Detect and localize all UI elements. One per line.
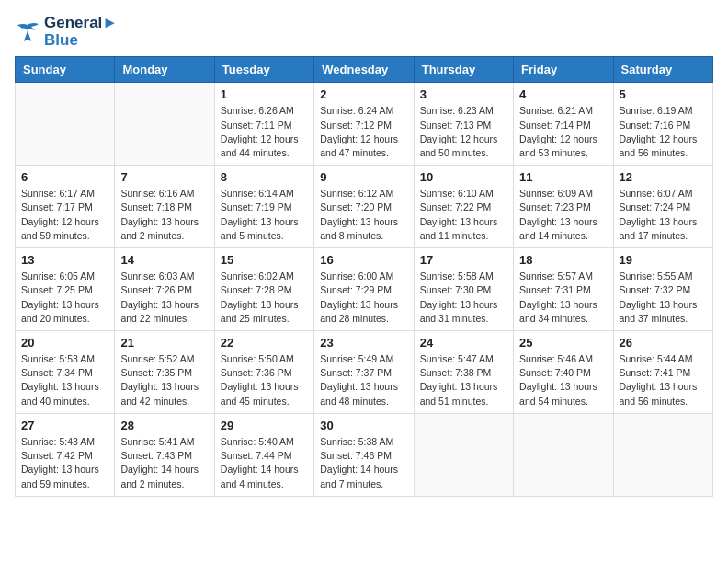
day-info: Sunrise: 6:26 AM Sunset: 7:11 PM Dayligh… [221, 104, 308, 160]
weekday-header-row: SundayMondayTuesdayWednesdayThursdayFrid… [16, 57, 713, 83]
logo: General► Blue [15, 15, 118, 49]
weekday-header-sunday: Sunday [16, 57, 115, 83]
calendar-cell: 10Sunrise: 6:10 AM Sunset: 7:22 PM Dayli… [414, 166, 513, 248]
day-info: Sunrise: 5:50 AM Sunset: 7:36 PM Dayligh… [221, 352, 308, 408]
day-number: 24 [420, 336, 507, 350]
day-info: Sunrise: 5:52 AM Sunset: 7:35 PM Dayligh… [120, 352, 208, 408]
day-number: 19 [620, 253, 707, 267]
calendar-cell: 22Sunrise: 5:50 AM Sunset: 7:36 PM Dayli… [214, 331, 313, 414]
calendar-cell: 17Sunrise: 5:58 AM Sunset: 7:30 PM Dayli… [414, 248, 513, 331]
calendar-cell [613, 413, 712, 496]
day-number: 28 [120, 419, 208, 432]
calendar-cell: 15Sunrise: 6:02 AM Sunset: 7:28 PM Dayli… [214, 248, 313, 331]
day-info: Sunrise: 6:14 AM Sunset: 7:19 PM Dayligh… [221, 187, 308, 243]
calendar-week-row: 6Sunrise: 6:17 AM Sunset: 7:17 PM Daylig… [16, 166, 713, 248]
day-number: 10 [420, 170, 507, 184]
day-number: 4 [519, 87, 607, 101]
calendar-cell: 29Sunrise: 5:40 AM Sunset: 7:44 PM Dayli… [214, 413, 313, 496]
day-number: 6 [21, 170, 108, 184]
calendar-cell [414, 413, 513, 496]
day-number: 7 [120, 170, 208, 184]
day-number: 20 [21, 336, 108, 350]
day-info: Sunrise: 5:49 AM Sunset: 7:37 PM Dayligh… [320, 352, 407, 408]
calendar-week-row: 1Sunrise: 6:26 AM Sunset: 7:11 PM Daylig… [16, 83, 713, 166]
day-info: Sunrise: 5:41 AM Sunset: 7:43 PM Dayligh… [120, 435, 208, 491]
day-info: Sunrise: 6:24 AM Sunset: 7:12 PM Dayligh… [320, 104, 407, 160]
day-info: Sunrise: 6:23 AM Sunset: 7:13 PM Dayligh… [420, 104, 507, 160]
day-info: Sunrise: 5:58 AM Sunset: 7:30 PM Dayligh… [420, 270, 507, 326]
day-info: Sunrise: 6:19 AM Sunset: 7:16 PM Dayligh… [620, 104, 707, 160]
day-info: Sunrise: 6:00 AM Sunset: 7:29 PM Dayligh… [320, 270, 407, 326]
day-info: Sunrise: 6:16 AM Sunset: 7:18 PM Dayligh… [120, 187, 208, 243]
day-number: 25 [519, 336, 607, 350]
calendar-cell: 1Sunrise: 6:26 AM Sunset: 7:11 PM Daylig… [214, 83, 313, 166]
calendar-cell: 26Sunrise: 5:44 AM Sunset: 7:41 PM Dayli… [613, 331, 712, 414]
day-number: 26 [620, 336, 707, 350]
calendar-cell: 13Sunrise: 6:05 AM Sunset: 7:25 PM Dayli… [16, 248, 115, 331]
weekday-header-thursday: Thursday [414, 57, 513, 83]
day-number: 5 [620, 87, 707, 101]
calendar-week-row: 20Sunrise: 5:53 AM Sunset: 7:34 PM Dayli… [16, 331, 713, 414]
day-number: 11 [519, 170, 607, 184]
weekday-header-monday: Monday [115, 57, 214, 83]
calendar-cell: 2Sunrise: 6:24 AM Sunset: 7:12 PM Daylig… [314, 83, 414, 166]
calendar-cell: 24Sunrise: 5:47 AM Sunset: 7:38 PM Dayli… [414, 331, 513, 414]
day-number: 13 [21, 253, 108, 267]
calendar-cell: 9Sunrise: 6:12 AM Sunset: 7:20 PM Daylig… [314, 166, 414, 248]
day-number: 29 [221, 419, 308, 432]
day-info: Sunrise: 5:43 AM Sunset: 7:42 PM Dayligh… [21, 435, 108, 491]
day-info: Sunrise: 6:09 AM Sunset: 7:23 PM Dayligh… [519, 187, 607, 243]
calendar-cell: 30Sunrise: 5:38 AM Sunset: 7:46 PM Dayli… [314, 413, 414, 496]
day-number: 22 [221, 336, 308, 350]
calendar-cell: 18Sunrise: 5:57 AM Sunset: 7:31 PM Dayli… [514, 248, 613, 331]
calendar-cell: 20Sunrise: 5:53 AM Sunset: 7:34 PM Dayli… [16, 331, 115, 414]
day-number: 15 [221, 253, 308, 267]
day-info: Sunrise: 5:57 AM Sunset: 7:31 PM Dayligh… [519, 270, 607, 326]
calendar: SundayMondayTuesdayWednesdayThursdayFrid… [15, 56, 713, 496]
calendar-cell: 11Sunrise: 6:09 AM Sunset: 7:23 PM Dayli… [514, 166, 613, 248]
day-number: 21 [120, 336, 208, 350]
day-info: Sunrise: 5:40 AM Sunset: 7:44 PM Dayligh… [221, 435, 308, 491]
calendar-cell: 4Sunrise: 6:21 AM Sunset: 7:14 PM Daylig… [514, 83, 613, 166]
day-number: 16 [320, 253, 407, 267]
day-info: Sunrise: 5:46 AM Sunset: 7:40 PM Dayligh… [519, 352, 607, 408]
day-number: 30 [320, 419, 407, 432]
day-info: Sunrise: 6:05 AM Sunset: 7:25 PM Dayligh… [21, 270, 108, 326]
logo-bird-icon [15, 21, 40, 43]
calendar-week-row: 13Sunrise: 6:05 AM Sunset: 7:25 PM Dayli… [16, 248, 713, 331]
day-info: Sunrise: 6:17 AM Sunset: 7:17 PM Dayligh… [21, 187, 108, 243]
weekday-header-wednesday: Wednesday [314, 57, 414, 83]
day-info: Sunrise: 6:12 AM Sunset: 7:20 PM Dayligh… [320, 187, 407, 243]
calendar-cell: 3Sunrise: 6:23 AM Sunset: 7:13 PM Daylig… [414, 83, 513, 166]
day-number: 23 [320, 336, 407, 350]
calendar-cell: 8Sunrise: 6:14 AM Sunset: 7:19 PM Daylig… [214, 166, 313, 248]
day-number: 9 [320, 170, 407, 184]
calendar-cell: 23Sunrise: 5:49 AM Sunset: 7:37 PM Dayli… [314, 331, 414, 414]
calendar-cell: 28Sunrise: 5:41 AM Sunset: 7:43 PM Dayli… [115, 413, 214, 496]
calendar-cell: 6Sunrise: 6:17 AM Sunset: 7:17 PM Daylig… [16, 166, 115, 248]
calendar-cell: 5Sunrise: 6:19 AM Sunset: 7:16 PM Daylig… [613, 83, 712, 166]
day-info: Sunrise: 6:10 AM Sunset: 7:22 PM Dayligh… [420, 187, 507, 243]
day-number: 8 [221, 170, 308, 184]
day-number: 27 [21, 419, 108, 432]
calendar-cell: 21Sunrise: 5:52 AM Sunset: 7:35 PM Dayli… [115, 331, 214, 414]
day-number: 1 [221, 87, 308, 101]
header: General► Blue [15, 15, 713, 49]
weekday-header-tuesday: Tuesday [214, 57, 313, 83]
day-info: Sunrise: 6:07 AM Sunset: 7:24 PM Dayligh… [620, 187, 707, 243]
day-number: 3 [420, 87, 507, 101]
day-info: Sunrise: 5:55 AM Sunset: 7:32 PM Dayligh… [620, 270, 707, 326]
day-number: 18 [519, 253, 607, 267]
weekday-header-saturday: Saturday [613, 57, 712, 83]
calendar-cell: 14Sunrise: 6:03 AM Sunset: 7:26 PM Dayli… [115, 248, 214, 331]
calendar-cell: 7Sunrise: 6:16 AM Sunset: 7:18 PM Daylig… [115, 166, 214, 248]
day-info: Sunrise: 5:38 AM Sunset: 7:46 PM Dayligh… [320, 435, 407, 491]
day-info: Sunrise: 6:02 AM Sunset: 7:28 PM Dayligh… [221, 270, 308, 326]
logo-text: General► Blue [44, 15, 118, 49]
weekday-header-friday: Friday [514, 57, 613, 83]
day-info: Sunrise: 6:21 AM Sunset: 7:14 PM Dayligh… [519, 104, 607, 160]
day-number: 14 [120, 253, 208, 267]
day-number: 2 [320, 87, 407, 101]
calendar-cell [115, 83, 214, 166]
calendar-cell: 25Sunrise: 5:46 AM Sunset: 7:40 PM Dayli… [514, 331, 613, 414]
